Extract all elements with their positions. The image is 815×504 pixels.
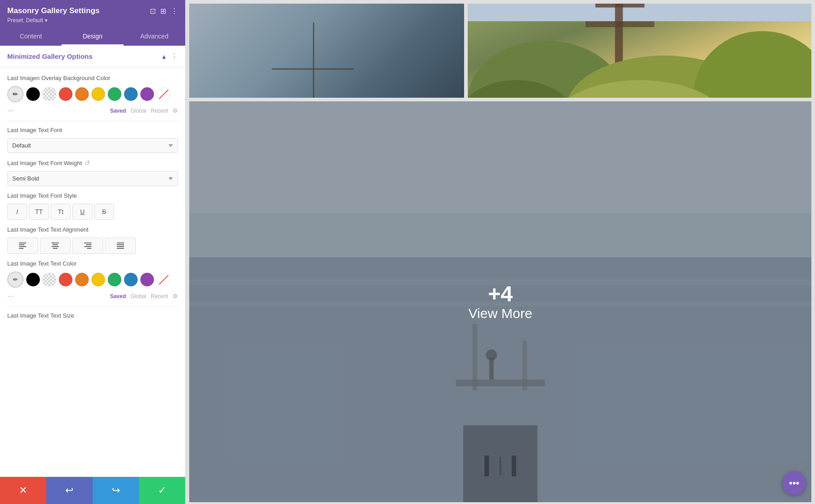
text-color-swatch-black[interactable] [26, 273, 40, 286]
tab-advanced[interactable]: Advanced [124, 28, 185, 46]
text-color-swatch-blue[interactable] [124, 273, 138, 286]
color-tabs-2: Saved Global Recent ⚙ [110, 293, 178, 300]
img1-inner [189, 4, 464, 98]
align-center-button[interactable] [40, 238, 71, 254]
gallery-image-1 [189, 4, 464, 98]
gallery-area: +4 View More [186, 0, 815, 504]
more-options-icon[interactable]: ⋮ [171, 7, 178, 15]
undo-button[interactable]: ↩ [46, 477, 92, 504]
strikethrough-button[interactable]: S [94, 204, 114, 220]
svg-rect-12 [117, 242, 124, 243]
svg-rect-1 [19, 244, 24, 245]
bottom-toolbar: ✕ ↩ ↪ ✓ [0, 477, 185, 504]
align-left-button[interactable] [7, 238, 38, 254]
uppercase-button[interactable]: TT [29, 204, 49, 220]
recent-tab-2[interactable]: Recent [151, 293, 168, 300]
gallery-large-image: +4 View More [189, 101, 811, 502]
text-color-label: Last Image Text Text Color [7, 260, 178, 267]
svg-rect-2 [19, 246, 26, 247]
svg-rect-11 [87, 248, 91, 249]
color-swatch-blue[interactable] [124, 87, 138, 101]
recent-tab-1[interactable]: Recent [151, 108, 168, 114]
text-color-swatch-yellow[interactable] [91, 273, 105, 286]
overlay-color-row: ✏ [7, 86, 178, 102]
color-dots-1[interactable]: ··· [7, 106, 14, 115]
panel-preset[interactable]: Preset: Default ▾ [7, 17, 178, 24]
columns-icon[interactable]: ⊞ [160, 7, 166, 15]
panel-header: Masonry Gallery Settings ⊡ ⊞ ⋮ Preset: D… [0, 0, 185, 28]
align-justify-button[interactable] [105, 238, 136, 254]
svg-rect-15 [117, 248, 124, 249]
cancel-button[interactable]: ✕ [0, 477, 46, 504]
redo-button[interactable]: ↪ [93, 477, 139, 504]
svg-rect-4 [52, 242, 59, 243]
font-weight-select[interactable]: Semi Bold Regular Bold [7, 171, 178, 186]
collapse-button[interactable]: ▲ [161, 53, 167, 60]
floating-action-button[interactable]: ••• [782, 471, 806, 495]
svg-rect-19 [585, 21, 654, 27]
font-weight-label-row: Last Image Text Font Weight ↺ [7, 159, 178, 166]
text-size-label: Last Image Text Text Size [7, 312, 178, 319]
text-color-row: ✏ [7, 271, 178, 288]
overlay-count: +4 [488, 282, 513, 306]
capitalize-button[interactable]: Tt [51, 204, 71, 220]
color-tabs-row-2: ··· Saved Global Recent ⚙ [7, 291, 178, 301]
svg-rect-0 [19, 242, 26, 243]
section-content: Last Imagen Overlay Background Color ✏ ·… [0, 67, 185, 331]
saved-tab-2[interactable]: Saved [110, 293, 126, 300]
text-color-swatch-none[interactable] [157, 273, 170, 286]
color-swatch-red[interactable] [59, 87, 72, 101]
text-color-swatch-orange[interactable] [75, 273, 89, 286]
color-tabs-1: Saved Global Recent ⚙ [110, 107, 178, 114]
svg-rect-9 [86, 244, 91, 245]
text-color-swatch-green[interactable] [108, 273, 121, 286]
text-color-swatch-transparent[interactable] [43, 273, 56, 286]
svg-rect-5 [53, 244, 58, 245]
panel-tabs: Content Design Advanced [0, 28, 185, 46]
panel-body: Minimized Gallery Options ▲ ⋮ Last Image… [0, 46, 185, 477]
text-color-swatch-purple[interactable] [140, 273, 154, 286]
section-more-button[interactable]: ⋮ [171, 52, 178, 61]
font-weight-label: Last Image Text Font Weight [7, 160, 82, 166]
color-dots-2[interactable]: ··· [7, 291, 14, 301]
color-swatch-yellow[interactable] [91, 87, 105, 101]
font-style-label: Last Image Text Font Style [7, 192, 178, 199]
color-tabs-row-1: ··· Saved Global Recent ⚙ [7, 106, 178, 115]
panel-header-icons: ⊡ ⊞ ⋮ [150, 7, 178, 15]
color-swatch-transparent[interactable] [43, 87, 56, 101]
align-right-button[interactable] [72, 238, 103, 254]
font-style-row: I TT Tt U S [7, 204, 178, 220]
focus-icon[interactable]: ⊡ [150, 7, 156, 15]
color-swatch-orange[interactable] [75, 87, 89, 101]
color-swatch-purple[interactable] [140, 87, 154, 101]
global-tab-2[interactable]: Global [130, 293, 146, 300]
gallery-overlay[interactable]: +4 View More [189, 101, 811, 502]
svg-rect-3 [19, 248, 24, 249]
svg-rect-6 [52, 246, 59, 247]
tab-design[interactable]: Design [62, 28, 123, 46]
color-swatch-none[interactable] [157, 87, 170, 101]
font-weight-reset-icon[interactable]: ↺ [85, 159, 90, 166]
eyedropper-icon-2: ✏ [13, 276, 18, 283]
overlay-eyedropper[interactable]: ✏ [7, 86, 24, 102]
svg-rect-14 [117, 246, 124, 247]
svg-rect-8 [84, 242, 91, 243]
global-tab-1[interactable]: Global [130, 108, 146, 114]
text-color-eyedropper[interactable]: ✏ [7, 271, 24, 288]
gallery-top-row [186, 0, 815, 100]
eyedropper-icon: ✏ [13, 90, 18, 98]
color-swatch-green[interactable] [108, 87, 121, 101]
text-color-swatch-red[interactable] [59, 273, 72, 286]
italic-button[interactable]: I [7, 204, 27, 220]
color-settings-2[interactable]: ⚙ [173, 293, 178, 300]
divider-2 [7, 306, 178, 307]
saved-tab-1[interactable]: Saved [110, 108, 126, 114]
color-settings-1[interactable]: ⚙ [173, 107, 178, 114]
underline-button[interactable]: U [72, 204, 92, 220]
color-swatch-black[interactable] [26, 87, 40, 101]
svg-point-22 [694, 31, 811, 98]
left-panel: Masonry Gallery Settings ⊡ ⊞ ⋮ Preset: D… [0, 0, 186, 504]
font-select[interactable]: Default Arial Georgia [7, 138, 178, 153]
save-button[interactable]: ✓ [139, 477, 185, 504]
tab-content[interactable]: Content [0, 28, 62, 46]
